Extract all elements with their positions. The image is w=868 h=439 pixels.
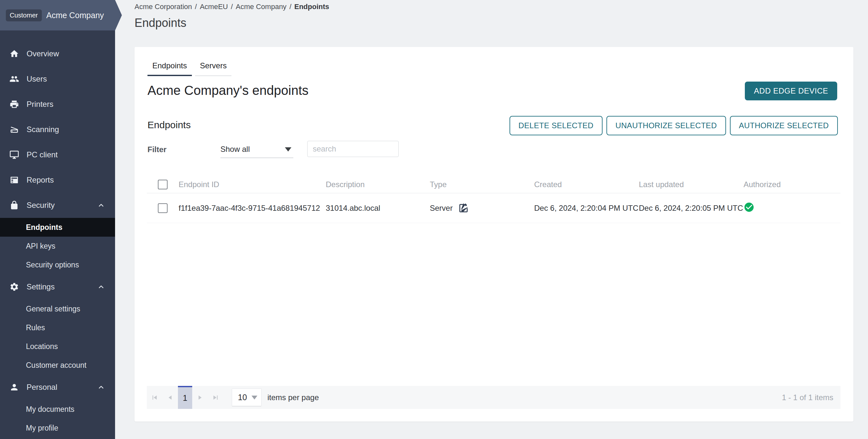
caret-down-icon	[251, 396, 257, 400]
page-number-button[interactable]: 1	[178, 386, 192, 409]
sidebar-item-label: Settings	[27, 282, 55, 291]
sidebar-item-overview[interactable]: Overview	[0, 41, 115, 66]
column-header-endpoint-id: Endpoint ID	[179, 180, 326, 189]
tab-bar: Endpoints Servers	[148, 58, 235, 76]
cell-type: Server	[430, 203, 534, 214]
edit-icon[interactable]	[458, 203, 469, 214]
filter-label: Filter	[148, 145, 166, 154]
customer-badge: Customer	[6, 9, 42, 21]
filter-select[interactable]: Show all	[220, 141, 293, 158]
column-header-created: Created	[534, 180, 639, 189]
sidebar-item-general-settings[interactable]: General settings	[0, 300, 115, 318]
gear-icon	[9, 282, 20, 292]
sidebar-item-label: Overview	[27, 49, 59, 58]
cell-endpoint-id: f1f1ea39-7aac-4f3c-9715-41a681945712	[179, 204, 326, 213]
add-edge-device-button[interactable]: ADD EDGE DEVICE	[745, 81, 837, 100]
sidebar-item-users[interactable]: Users	[0, 66, 115, 92]
authorized-check-icon	[744, 206, 754, 214]
table-row: f1f1ea39-7aac-4f3c-9715-41a681945712 310…	[147, 193, 840, 223]
section-title: Endpoints	[148, 120, 191, 131]
sidebar-item-my-documents[interactable]: My documents	[0, 400, 115, 418]
sidebar-item-customer-account[interactable]: Customer account	[0, 356, 115, 375]
sidebar-item-security-options[interactable]: Security options	[0, 256, 115, 274]
chevron-up-icon	[97, 383, 105, 392]
tab-endpoints[interactable]: Endpoints	[148, 58, 192, 76]
chevron-up-icon	[97, 283, 105, 291]
breadcrumb-item[interactable]: Acme Company	[236, 3, 286, 11]
sidebar-subitem-label: Customer account	[26, 361, 87, 370]
pagination-bar: 1 10 items per page 1 - 1 of 1 items	[147, 386, 840, 409]
last-page-button[interactable]	[208, 386, 223, 409]
sidebar-item-locations[interactable]: Locations	[0, 337, 115, 356]
sidebar-item-my-profile[interactable]: My profile	[0, 418, 115, 437]
sidebar-subitem-label: General settings	[26, 305, 80, 313]
breadcrumb-separator: /	[289, 3, 291, 11]
caret-down-icon	[285, 147, 291, 151]
sidebar-subitem-label: Endpoints	[26, 223, 62, 232]
sidebar-item-settings[interactable]: Settings	[0, 274, 115, 300]
bulk-actions: DELETE SELECTED UNAUTHORIZE SELECTED AUT…	[509, 116, 838, 135]
chevron-up-icon	[97, 201, 105, 209]
column-header-last-updated: Last updated	[639, 180, 744, 189]
sidebar-item-security[interactable]: Security	[0, 193, 115, 218]
sidebar-item-printers[interactable]: Printers	[0, 92, 115, 117]
page-size-value: 10	[238, 393, 247, 402]
first-page-button[interactable]	[147, 386, 162, 409]
customer-header[interactable]: Customer Acme Company	[0, 0, 122, 30]
select-all-checkbox[interactable]	[158, 180, 167, 190]
sidebar-item-label: Users	[27, 74, 47, 83]
cell-created: Dec 6, 2024, 2:20:04 PM UTC	[534, 204, 639, 213]
customer-name: Acme Company	[46, 11, 104, 20]
sidebar-item-rules[interactable]: Rules	[0, 318, 115, 337]
sidebar-item-reports[interactable]: Reports	[0, 167, 115, 193]
cell-type-value: Server	[430, 204, 453, 213]
reports-icon	[9, 175, 20, 185]
breadcrumb-item[interactable]: Acme Corporation	[134, 3, 192, 11]
sidebar-item-label: Reports	[27, 175, 54, 184]
sidebar-item-personal[interactable]: Personal	[0, 375, 115, 400]
sidebar-item-label: Printers	[27, 100, 54, 109]
scanner-icon	[9, 124, 20, 135]
tab-servers[interactable]: Servers	[195, 58, 232, 76]
sidebar-subitem-label: API keys	[26, 242, 55, 250]
cell-description: 31014.abc.local	[326, 204, 430, 213]
previous-page-button[interactable]	[162, 386, 178, 409]
sidebar-item-label: PC client	[27, 150, 58, 159]
printer-icon	[9, 99, 20, 109]
column-header-type: Type	[430, 180, 534, 189]
sidebar-subitem-label: My documents	[26, 405, 74, 414]
page-title: Endpoints	[134, 16, 186, 30]
sidebar-subitem-label: Rules	[26, 324, 45, 332]
endpoints-card: Endpoints Servers Acme Company's endpoin…	[134, 47, 854, 421]
users-icon	[9, 74, 20, 84]
column-header-description: Description	[326, 180, 430, 189]
sidebar-subitem-label: Locations	[26, 342, 58, 351]
sidebar-nav: Overview Users Printers Scanning PC clie…	[0, 30, 115, 437]
breadcrumb-item[interactable]: AcmeEU	[200, 3, 228, 11]
unauthorize-selected-button[interactable]: UNAUTHORIZE SELECTED	[607, 116, 726, 135]
filter-select-value: Show all	[220, 145, 250, 154]
items-range-label: 1 - 1 of 1 items	[782, 393, 833, 402]
sidebar-item-label: Personal	[27, 383, 57, 392]
authorize-selected-button[interactable]: AUTHORIZE SELECTED	[730, 116, 838, 135]
breadcrumb: Acme Corporation/AcmeEU/Acme Company/End…	[134, 3, 329, 11]
sidebar-item-endpoints[interactable]: Endpoints	[0, 218, 115, 237]
sidebar-item-pc-client[interactable]: PC client	[0, 142, 115, 167]
sidebar-item-api-keys[interactable]: API keys	[0, 237, 115, 256]
sidebar-item-scanning[interactable]: Scanning	[0, 117, 115, 142]
sidebar: Overview Users Printers Scanning PC clie…	[0, 0, 115, 439]
sidebar-subitem-label: Security options	[26, 261, 79, 269]
delete-selected-button[interactable]: DELETE SELECTED	[509, 116, 602, 135]
row-checkbox[interactable]	[158, 203, 167, 213]
breadcrumb-separator: /	[231, 3, 233, 11]
card-heading: Acme Company's endpoints	[148, 83, 309, 98]
table-header: Endpoint ID Description Type Created Las…	[147, 176, 840, 193]
person-icon	[9, 382, 20, 393]
search-input[interactable]	[307, 141, 399, 157]
cell-last-updated: Dec 6, 2024, 2:20:05 PM UTC	[639, 204, 744, 213]
next-page-button[interactable]	[192, 386, 208, 409]
cell-authorized	[744, 202, 840, 215]
lock-icon	[9, 200, 20, 210]
breadcrumb-item-current: Endpoints	[294, 3, 329, 11]
page-size-select[interactable]: 10	[232, 389, 261, 406]
